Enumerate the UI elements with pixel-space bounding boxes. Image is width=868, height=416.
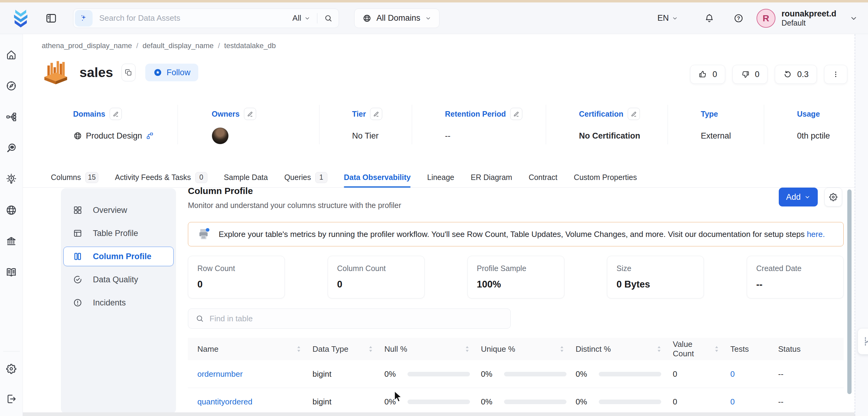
data-flow-icon[interactable] bbox=[5, 111, 18, 123]
metadata-label[interactable]: Certification bbox=[579, 109, 623, 119]
entity-tab[interactable]: Contract bbox=[529, 167, 557, 188]
table-column-header[interactable]: Data Type bbox=[309, 345, 381, 354]
user-menu[interactable]: R rounakpreet.d Default bbox=[756, 9, 858, 28]
profile-nav-overview[interactable]: Overview bbox=[63, 200, 174, 220]
table-column-header[interactable]: Null % bbox=[381, 345, 477, 354]
owner-avatar[interactable] bbox=[212, 127, 229, 145]
banner-docs-link[interactable]: here. bbox=[807, 230, 825, 239]
metadata-label[interactable]: Retention Period bbox=[445, 109, 506, 119]
logout-icon[interactable] bbox=[5, 393, 18, 405]
edit-icon[interactable] bbox=[110, 108, 122, 120]
upvote-count: 0 bbox=[712, 70, 717, 79]
entity-tab[interactable]: Custom Properties bbox=[574, 167, 637, 188]
govern-icon[interactable] bbox=[5, 235, 18, 247]
table-column-header[interactable]: Unique % bbox=[477, 345, 572, 354]
profile-nav-incidents[interactable]: Incidents bbox=[63, 293, 174, 313]
stat-card: Row Count 0 bbox=[188, 256, 285, 298]
edit-icon[interactable] bbox=[244, 108, 256, 120]
metadata-label[interactable]: Domains bbox=[73, 109, 105, 119]
notifications-button[interactable] bbox=[704, 13, 714, 24]
avatar: R bbox=[756, 9, 775, 28]
version-button[interactable]: 0.3 bbox=[775, 65, 817, 84]
copy-icon[interactable] bbox=[122, 64, 135, 81]
search-scope-select[interactable]: All bbox=[292, 13, 310, 23]
explore-icon[interactable] bbox=[5, 80, 18, 92]
home-icon[interactable] bbox=[5, 49, 18, 61]
sort-icon[interactable] bbox=[560, 346, 564, 352]
more-options-button[interactable] bbox=[824, 65, 847, 84]
entity-tab[interactable]: Lineage bbox=[427, 167, 454, 188]
language-label: EN bbox=[657, 13, 669, 23]
metadata-value: External bbox=[701, 127, 764, 145]
edit-icon[interactable] bbox=[370, 108, 382, 120]
profile-nav-label: Incidents bbox=[93, 298, 126, 308]
domains-icon[interactable] bbox=[5, 204, 18, 216]
tests-link[interactable]: 0 bbox=[730, 370, 735, 379]
language-select[interactable]: EN bbox=[657, 13, 678, 23]
sort-icon[interactable] bbox=[657, 346, 661, 352]
profile-nav-table-profile[interactable]: Table Profile bbox=[63, 224, 174, 243]
entity-tab[interactable]: Activity Feeds & Tasks 0 bbox=[115, 167, 208, 188]
column-header-label: Null % bbox=[384, 345, 407, 354]
global-search-bar[interactable]: All bbox=[73, 8, 339, 28]
unique-pct-cell: 0% bbox=[477, 370, 572, 379]
version-number: 0.3 bbox=[797, 70, 809, 79]
edit-icon[interactable] bbox=[628, 108, 640, 120]
vertical-scrollbar-thumb[interactable] bbox=[847, 189, 851, 394]
follow-button[interactable]: Follow bbox=[145, 64, 198, 81]
add-button[interactable]: Add bbox=[779, 188, 818, 206]
settings-icon[interactable] bbox=[5, 363, 18, 375]
expand-panel-handle[interactable] bbox=[858, 328, 868, 354]
find-in-table-input[interactable] bbox=[210, 314, 503, 323]
entity-tab[interactable]: Data Observability bbox=[344, 167, 411, 188]
table-column-header[interactable]: Value Count bbox=[669, 340, 727, 358]
column-name-link[interactable]: quantityordered bbox=[197, 397, 252, 407]
insights-icon[interactable] bbox=[5, 173, 18, 185]
tab-label: Data Observability bbox=[344, 173, 411, 182]
sort-icon[interactable] bbox=[714, 346, 719, 352]
table-column-header[interactable]: Tests bbox=[727, 345, 775, 354]
edit-icon[interactable] bbox=[510, 108, 522, 120]
profiler-settings-button[interactable] bbox=[825, 188, 842, 206]
chevron-down-icon bbox=[304, 15, 310, 21]
all-domains-button[interactable]: All Domains bbox=[354, 8, 439, 28]
metadata-label[interactable]: Type bbox=[701, 109, 718, 119]
glossary-icon[interactable] bbox=[5, 266, 18, 278]
domain-name[interactable]: Product Design bbox=[86, 131, 142, 141]
tests-link[interactable]: 0 bbox=[730, 397, 735, 407]
help-button[interactable]: ? bbox=[733, 13, 744, 24]
sort-icon[interactable] bbox=[297, 346, 301, 352]
app-logo-icon[interactable] bbox=[11, 9, 30, 27]
table-column-header[interactable]: Status bbox=[775, 345, 844, 354]
breadcrumb-item[interactable]: default_display_name bbox=[143, 41, 214, 50]
entity-tab[interactable]: Queries 1 bbox=[284, 167, 328, 188]
entity-tab[interactable]: Columns 15 bbox=[51, 167, 98, 188]
sort-icon[interactable] bbox=[369, 346, 373, 352]
search-icon[interactable] bbox=[324, 14, 333, 23]
entity-tab[interactable]: Sample Data bbox=[224, 167, 268, 188]
table-column-header[interactable]: Name bbox=[188, 345, 309, 354]
sidebar-toggle-icon[interactable] bbox=[45, 12, 57, 24]
chevron-down-icon bbox=[804, 194, 810, 200]
column-name-link[interactable]: ordernumber bbox=[197, 370, 243, 379]
search-input[interactable] bbox=[99, 13, 292, 23]
breadcrumb-item[interactable]: athena_prod_display_name bbox=[42, 41, 132, 50]
metadata-label[interactable]: Tier bbox=[352, 109, 366, 119]
top-navbar: All All Domains EN ? R bbox=[0, 2, 868, 34]
observability-icon[interactable] bbox=[5, 142, 18, 154]
table-row: quantityordered bigint 0% 0% 0% 0 0 -- bbox=[188, 388, 844, 416]
profile-nav-column-profile[interactable]: Column Profile bbox=[63, 247, 174, 266]
breadcrumb-item[interactable]: testdatalake_db bbox=[224, 41, 276, 50]
metadata-label[interactable]: Usage bbox=[797, 109, 820, 119]
upvote-button[interactable]: 0 bbox=[690, 65, 725, 84]
find-in-table-bar[interactable] bbox=[188, 309, 511, 329]
horizontal-scrollbar-track[interactable] bbox=[23, 412, 855, 416]
table-column-header[interactable]: Distinct % bbox=[572, 345, 669, 354]
sort-icon[interactable] bbox=[465, 346, 469, 352]
profile-nav-data-quality[interactable]: Data Quality bbox=[63, 270, 174, 289]
downvote-button[interactable]: 0 bbox=[733, 65, 768, 84]
stat-label: Size bbox=[616, 264, 704, 273]
entity-tab[interactable]: ER Diagram bbox=[470, 167, 512, 188]
metadata-value: -- bbox=[445, 127, 546, 145]
metadata-label[interactable]: Owners bbox=[212, 109, 240, 119]
